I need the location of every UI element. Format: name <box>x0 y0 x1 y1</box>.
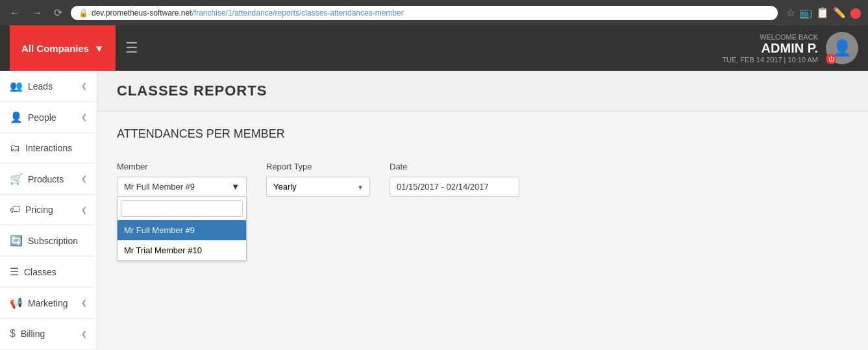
products-chevron-icon: ❮ <box>81 175 87 183</box>
member-select-button[interactable]: Mr Full Member #9 ▼ <box>117 177 247 197</box>
sidebar-label-people: People <box>28 112 56 123</box>
member-option-1[interactable]: Mr Full Member #9 <box>118 220 246 240</box>
sidebar-label-subscription: Subscription <box>28 236 78 246</box>
form-section: Member Mr Full Member #9 ▼ Mr Full Membe… <box>97 149 868 210</box>
url-bar[interactable]: 🔒 dev.prometheus-software.net/franchise/… <box>71 6 778 20</box>
member-option-2[interactable]: Mr Trial Member #10 <box>118 240 246 260</box>
sidebar-label-pricing: Pricing <box>25 205 53 215</box>
report-type-label: Report Type <box>266 162 370 171</box>
leads-icon: 👥 <box>10 80 23 92</box>
url-text: dev.prometheus-software.net/franchise/1/… <box>92 8 404 18</box>
classes-icon: ☰ <box>10 266 19 278</box>
form-row: Member Mr Full Member #9 ▼ Mr Full Membe… <box>117 162 849 197</box>
company-selector[interactable]: All Companies ▼ <box>10 25 116 71</box>
billing-icon: $ <box>10 328 16 340</box>
browser-chrome: ← → ⟳ 🔒 dev.prometheus-software.net/fran… <box>0 0 868 25</box>
marketing-icon: 📢 <box>10 297 23 309</box>
sidebar-item-interactions[interactable]: 🗂 Interactions <box>0 133 97 164</box>
main-content: CLASSES REPORTS ATTENDANCES PER MEMBER M… <box>97 71 868 350</box>
browser-toolbar: ☆ 📺 📋 ✏️ ⬤ <box>786 6 862 19</box>
avatar-icon: 👤 <box>832 39 852 57</box>
user-text: WELCOME BACK ADMIN P. TUE, FEB 14 2017 |… <box>722 33 818 64</box>
date-label: Date <box>390 162 519 171</box>
people-chevron-icon: ❮ <box>81 113 87 121</box>
date-input[interactable] <box>390 177 519 197</box>
sidebar-item-products[interactable]: 🛒 Products ❮ <box>0 164 97 195</box>
products-icon: 🛒 <box>10 173 23 185</box>
pricing-icon: 🏷 <box>10 204 20 216</box>
member-dropdown-wrapper: Mr Full Member #9 ▼ Mr Full Member #9 Mr… <box>117 177 247 197</box>
member-form-group: Member Mr Full Member #9 ▼ Mr Full Membe… <box>117 162 247 197</box>
cast-icon[interactable]: 📺 <box>799 6 812 19</box>
report-type-wrapper: Daily Weekly Monthly Yearly <box>266 177 370 197</box>
top-header: All Companies ▼ ☰ WELCOME BACK ADMIN P. … <box>0 25 868 71</box>
subscription-icon: 🔄 <box>10 234 23 247</box>
app-wrapper: All Companies ▼ ☰ WELCOME BACK ADMIN P. … <box>0 25 868 350</box>
page-header: CLASSES REPORTS <box>97 71 868 112</box>
report-type-form-group: Report Type Daily Weekly Monthly Yearly <box>266 162 370 197</box>
date-form-group: Date <box>390 162 519 197</box>
member-selected-value: Mr Full Member #9 <box>124 182 195 192</box>
marketing-chevron-icon: ❮ <box>81 299 87 307</box>
power-icon[interactable]: ⏻ <box>826 54 836 64</box>
datetime: TUE, FEB 14 2017 | 10:10 AM <box>722 56 818 64</box>
sidebar-item-people[interactable]: 👤 People ❮ <box>0 102 97 133</box>
sidebar-label-leads: Leads <box>28 81 53 92</box>
member-dropdown-open: Mr Full Member #9 Mr Trial Member #10 <box>117 197 247 261</box>
page-subtitle: ATTENDANCES PER MEMBER <box>97 119 868 149</box>
report-type-select[interactable]: Daily Weekly Monthly Yearly <box>266 177 370 197</box>
sidebar-item-pricing[interactable]: 🏷 Pricing ❮ <box>0 195 97 225</box>
sidebar-label-products: Products <box>28 174 64 184</box>
interactions-icon: 🗂 <box>10 142 20 154</box>
member-chevron-icon: ▼ <box>231 182 240 192</box>
reload-button[interactable]: ⟳ <box>51 5 66 20</box>
leads-chevron-icon: ❮ <box>81 82 87 90</box>
sidebar: 👥 Leads ❮ 👤 People ❮ 🗂 Interactions <box>0 71 97 350</box>
member-search-input[interactable] <box>121 200 243 217</box>
hamburger-button[interactable]: ☰ <box>116 40 148 56</box>
company-chevron-icon: ▼ <box>94 43 104 54</box>
member-label: Member <box>117 162 247 171</box>
content-wrapper: 👥 Leads ❮ 👤 People ❮ 🗂 Interactions <box>0 71 868 350</box>
sidebar-label-marketing: Marketing <box>28 298 68 308</box>
sidebar-label-interactions: Interactions <box>25 143 72 153</box>
sidebar-item-billing[interactable]: $ Billing ❮ <box>0 319 97 349</box>
back-button[interactable]: ← <box>6 6 23 20</box>
pen-icon[interactable]: ✏️ <box>833 6 846 19</box>
sidebar-item-marketing[interactable]: 📢 Marketing ❮ <box>0 288 97 319</box>
bookmark-icon[interactable]: ☆ <box>786 6 795 19</box>
sidebar-label-classes: Classes <box>24 267 56 277</box>
sidebar-item-classes[interactable]: ☰ Classes <box>0 256 97 288</box>
lock-icon: 🔒 <box>79 8 88 18</box>
sidebar-item-leads[interactable]: 👥 Leads ❮ <box>0 71 97 102</box>
page-title: CLASSES REPORTS <box>117 82 849 99</box>
screenshot-icon[interactable]: 📋 <box>816 6 829 19</box>
welcome-text: WELCOME BACK <box>722 33 818 41</box>
pricing-chevron-icon: ❮ <box>81 206 87 214</box>
avatar: 👤 ⏻ <box>826 32 858 64</box>
people-icon: 👤 <box>10 111 23 123</box>
user-info: WELCOME BACK ADMIN P. TUE, FEB 14 2017 |… <box>722 32 858 64</box>
company-label: All Companies <box>21 43 89 54</box>
billing-chevron-icon: ❮ <box>81 330 87 338</box>
forward-button[interactable]: → <box>29 6 45 20</box>
chrome-icon: ⬤ <box>850 6 862 19</box>
user-name: ADMIN P. <box>722 41 818 56</box>
sidebar-label-billing: Billing <box>21 329 45 339</box>
sidebar-item-subscription[interactable]: 🔄 Subscription <box>0 225 97 256</box>
